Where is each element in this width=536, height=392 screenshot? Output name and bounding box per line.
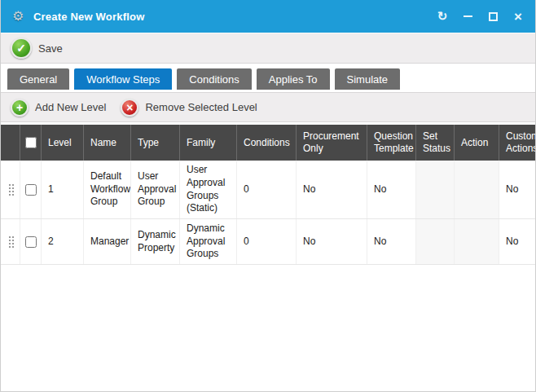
cell-family: User Approval Groups (Static) — [180, 161, 237, 218]
level-actions-toolbar: + Add New Level × Remove Selected Level — [1, 92, 535, 122]
row-drag-cell — [1, 161, 20, 218]
maximize-button[interactable] — [484, 7, 502, 25]
tab-bar: General Workflow Steps Conditions Applie… — [1, 64, 535, 90]
tab-general[interactable]: General — [7, 68, 69, 90]
cell-type: User Approval Group — [131, 161, 180, 218]
remove-selected-level-button[interactable]: × Remove Selected Level — [121, 99, 257, 117]
column-header-name: Name — [84, 125, 131, 161]
cell-name: Manager — [84, 219, 131, 264]
table-row[interactable]: 1 Default Workflow Group User Approval G… — [1, 161, 536, 219]
column-header-type: Type — [131, 125, 180, 161]
titlebar: ⚙ Create New Workflow ↻ × — [1, 0, 535, 33]
maximize-icon — [489, 12, 498, 21]
table-row[interactable]: 2 Manager Dynamic Property Dynamic Appro… — [1, 219, 536, 265]
close-button[interactable]: × — [509, 7, 527, 25]
save-button[interactable]: ✓ Save — [11, 37, 63, 59]
workflow-steps-table: Level Name Type Family Conditions Procur… — [1, 125, 536, 265]
tab-simulate[interactable]: Simulate — [335, 68, 401, 90]
cell-family: Dynamic Approval Groups — [180, 219, 237, 264]
row-drag-cell — [1, 219, 20, 264]
window-title: Create New Workflow — [33, 11, 433, 23]
column-header-level: Level — [42, 125, 84, 161]
cell-question-template: No — [367, 219, 416, 264]
cell-conditions: 0 — [237, 219, 297, 264]
minimize-button[interactable] — [459, 7, 477, 25]
cell-name: Default Workflow Group — [84, 161, 131, 218]
remove-x-icon: × — [121, 99, 138, 117]
select-all-checkbox[interactable] — [25, 137, 37, 148]
row-checkbox[interactable] — [25, 236, 37, 248]
tab-conditions[interactable]: Conditions — [177, 68, 251, 90]
column-header-conditions: Conditions — [237, 125, 297, 161]
save-button-label: Save — [38, 42, 63, 55]
plus-icon: + — [11, 99, 29, 117]
cell-action — [455, 219, 499, 264]
column-header-action: Action — [455, 125, 499, 161]
window-controls: ↻ × — [433, 7, 527, 25]
row-select-cell — [20, 219, 42, 264]
row-checkbox[interactable] — [25, 184, 37, 196]
cell-set-status — [416, 161, 455, 218]
cell-type: Dynamic Property — [131, 219, 180, 264]
cell-set-status — [416, 219, 455, 264]
empty-content-area — [1, 265, 535, 391]
cell-procurement-only: No — [297, 219, 367, 264]
minimize-icon — [464, 15, 472, 17]
remove-selected-level-label: Remove Selected Level — [145, 101, 257, 113]
row-select-cell — [20, 161, 42, 218]
gear-icon: ⚙ — [12, 9, 27, 24]
save-check-icon: ✓ — [11, 37, 32, 59]
cell-custom-actions: No — [499, 219, 536, 264]
drag-handle-icon[interactable] — [7, 184, 15, 196]
column-header-family: Family — [180, 125, 237, 161]
tab-applies-to[interactable]: Applies To — [257, 68, 330, 90]
column-header-procurement-only: Procurement Only — [297, 125, 367, 161]
column-header-question-template: Question Template — [367, 125, 416, 161]
column-header-set-status: Set Status — [416, 125, 455, 161]
cell-question-template: No — [367, 161, 416, 218]
cell-action — [455, 161, 499, 218]
cell-custom-actions: No — [499, 161, 536, 218]
add-new-level-label: Add New Level — [35, 101, 106, 113]
select-all-cell — [20, 125, 42, 161]
table-header-row: Level Name Type Family Conditions Procur… — [1, 125, 536, 161]
add-new-level-button[interactable]: + Add New Level — [11, 99, 106, 117]
cell-level: 2 — [42, 219, 84, 264]
tab-workflow-steps[interactable]: Workflow Steps — [74, 68, 172, 90]
save-toolbar: ✓ Save — [1, 33, 535, 64]
create-new-workflow-dialog: ⚙ Create New Workflow ↻ × ✓ Save General… — [0, 0, 536, 392]
column-header-custom-actions: Custom Actions — [499, 125, 536, 161]
drag-handle-icon[interactable] — [7, 236, 15, 248]
cell-conditions: 0 — [237, 161, 297, 218]
cell-level: 1 — [42, 161, 84, 218]
drag-column-header — [1, 125, 20, 161]
cell-procurement-only: No — [297, 161, 367, 218]
refresh-button[interactable]: ↻ — [433, 7, 451, 25]
